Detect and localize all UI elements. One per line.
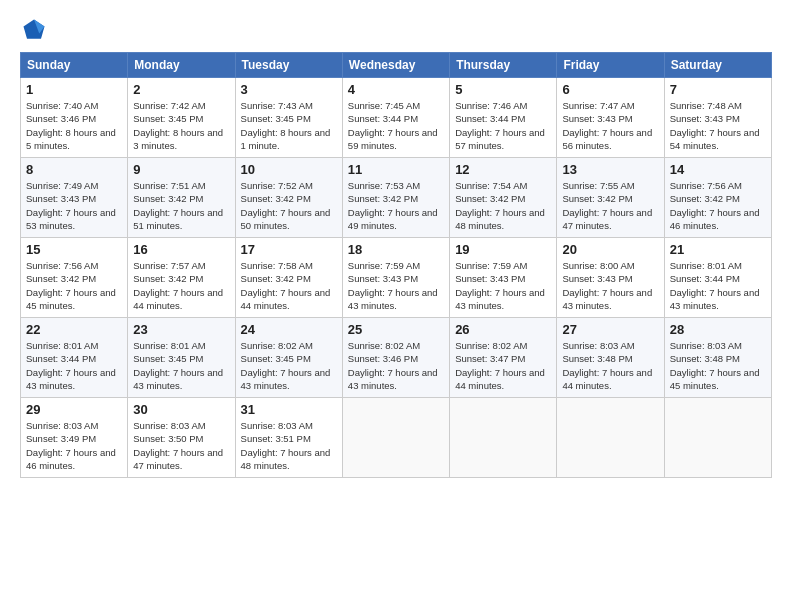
day-info: Sunrise: 7:58 AMSunset: 3:42 PMDaylight:…	[241, 259, 337, 312]
day-number: 19	[455, 242, 551, 257]
day-number: 12	[455, 162, 551, 177]
day-number: 23	[133, 322, 229, 337]
weekday-sunday: Sunday	[21, 53, 128, 78]
calendar-cell: 14Sunrise: 7:56 AMSunset: 3:42 PMDayligh…	[664, 158, 771, 238]
logo-icon	[20, 16, 48, 44]
day-info: Sunrise: 7:57 AMSunset: 3:42 PMDaylight:…	[133, 259, 229, 312]
day-info: Sunrise: 7:43 AMSunset: 3:45 PMDaylight:…	[241, 99, 337, 152]
day-info: Sunrise: 7:45 AMSunset: 3:44 PMDaylight:…	[348, 99, 444, 152]
calendar-cell: 2Sunrise: 7:42 AMSunset: 3:45 PMDaylight…	[128, 78, 235, 158]
calendar-cell: 31Sunrise: 8:03 AMSunset: 3:51 PMDayligh…	[235, 398, 342, 478]
day-number: 22	[26, 322, 122, 337]
day-number: 18	[348, 242, 444, 257]
calendar-week-3: 15Sunrise: 7:56 AMSunset: 3:42 PMDayligh…	[21, 238, 772, 318]
day-info: Sunrise: 7:55 AMSunset: 3:42 PMDaylight:…	[562, 179, 658, 232]
calendar-cell: 19Sunrise: 7:59 AMSunset: 3:43 PMDayligh…	[450, 238, 557, 318]
calendar-cell	[664, 398, 771, 478]
calendar-cell: 24Sunrise: 8:02 AMSunset: 3:45 PMDayligh…	[235, 318, 342, 398]
day-info: Sunrise: 7:52 AMSunset: 3:42 PMDaylight:…	[241, 179, 337, 232]
day-number: 29	[26, 402, 122, 417]
weekday-monday: Monday	[128, 53, 235, 78]
calendar-cell: 6Sunrise: 7:47 AMSunset: 3:43 PMDaylight…	[557, 78, 664, 158]
calendar-cell: 4Sunrise: 7:45 AMSunset: 3:44 PMDaylight…	[342, 78, 449, 158]
calendar-cell: 28Sunrise: 8:03 AMSunset: 3:48 PMDayligh…	[664, 318, 771, 398]
weekday-thursday: Thursday	[450, 53, 557, 78]
day-number: 4	[348, 82, 444, 97]
day-info: Sunrise: 7:59 AMSunset: 3:43 PMDaylight:…	[348, 259, 444, 312]
day-info: Sunrise: 7:42 AMSunset: 3:45 PMDaylight:…	[133, 99, 229, 152]
day-number: 26	[455, 322, 551, 337]
day-number: 7	[670, 82, 766, 97]
day-number: 14	[670, 162, 766, 177]
day-info: Sunrise: 7:51 AMSunset: 3:42 PMDaylight:…	[133, 179, 229, 232]
calendar-cell: 13Sunrise: 7:55 AMSunset: 3:42 PMDayligh…	[557, 158, 664, 238]
calendar-table: SundayMondayTuesdayWednesdayThursdayFrid…	[20, 52, 772, 478]
logo	[20, 16, 52, 44]
day-number: 16	[133, 242, 229, 257]
calendar-week-5: 29Sunrise: 8:03 AMSunset: 3:49 PMDayligh…	[21, 398, 772, 478]
weekday-friday: Friday	[557, 53, 664, 78]
day-info: Sunrise: 7:56 AMSunset: 3:42 PMDaylight:…	[26, 259, 122, 312]
day-info: Sunrise: 7:54 AMSunset: 3:42 PMDaylight:…	[455, 179, 551, 232]
calendar-cell: 30Sunrise: 8:03 AMSunset: 3:50 PMDayligh…	[128, 398, 235, 478]
day-info: Sunrise: 7:48 AMSunset: 3:43 PMDaylight:…	[670, 99, 766, 152]
calendar-week-4: 22Sunrise: 8:01 AMSunset: 3:44 PMDayligh…	[21, 318, 772, 398]
calendar-cell: 5Sunrise: 7:46 AMSunset: 3:44 PMDaylight…	[450, 78, 557, 158]
day-info: Sunrise: 7:49 AMSunset: 3:43 PMDaylight:…	[26, 179, 122, 232]
day-info: Sunrise: 7:47 AMSunset: 3:43 PMDaylight:…	[562, 99, 658, 152]
day-info: Sunrise: 7:40 AMSunset: 3:46 PMDaylight:…	[26, 99, 122, 152]
page-header	[20, 16, 772, 44]
calendar-cell: 18Sunrise: 7:59 AMSunset: 3:43 PMDayligh…	[342, 238, 449, 318]
calendar-cell: 3Sunrise: 7:43 AMSunset: 3:45 PMDaylight…	[235, 78, 342, 158]
day-info: Sunrise: 8:02 AMSunset: 3:45 PMDaylight:…	[241, 339, 337, 392]
day-number: 6	[562, 82, 658, 97]
day-number: 30	[133, 402, 229, 417]
calendar-cell: 9Sunrise: 7:51 AMSunset: 3:42 PMDaylight…	[128, 158, 235, 238]
day-info: Sunrise: 8:03 AMSunset: 3:50 PMDaylight:…	[133, 419, 229, 472]
calendar-cell: 29Sunrise: 8:03 AMSunset: 3:49 PMDayligh…	[21, 398, 128, 478]
day-info: Sunrise: 7:56 AMSunset: 3:42 PMDaylight:…	[670, 179, 766, 232]
calendar-cell: 10Sunrise: 7:52 AMSunset: 3:42 PMDayligh…	[235, 158, 342, 238]
calendar-cell: 12Sunrise: 7:54 AMSunset: 3:42 PMDayligh…	[450, 158, 557, 238]
day-number: 5	[455, 82, 551, 97]
calendar-cell: 26Sunrise: 8:02 AMSunset: 3:47 PMDayligh…	[450, 318, 557, 398]
calendar-cell: 8Sunrise: 7:49 AMSunset: 3:43 PMDaylight…	[21, 158, 128, 238]
day-info: Sunrise: 8:01 AMSunset: 3:44 PMDaylight:…	[26, 339, 122, 392]
day-info: Sunrise: 8:02 AMSunset: 3:46 PMDaylight:…	[348, 339, 444, 392]
weekday-header-row: SundayMondayTuesdayWednesdayThursdayFrid…	[21, 53, 772, 78]
calendar-week-2: 8Sunrise: 7:49 AMSunset: 3:43 PMDaylight…	[21, 158, 772, 238]
calendar-page: SundayMondayTuesdayWednesdayThursdayFrid…	[0, 0, 792, 612]
calendar-cell	[450, 398, 557, 478]
day-number: 20	[562, 242, 658, 257]
day-number: 31	[241, 402, 337, 417]
day-info: Sunrise: 8:02 AMSunset: 3:47 PMDaylight:…	[455, 339, 551, 392]
day-number: 27	[562, 322, 658, 337]
calendar-week-1: 1Sunrise: 7:40 AMSunset: 3:46 PMDaylight…	[21, 78, 772, 158]
day-info: Sunrise: 8:01 AMSunset: 3:45 PMDaylight:…	[133, 339, 229, 392]
calendar-cell: 7Sunrise: 7:48 AMSunset: 3:43 PMDaylight…	[664, 78, 771, 158]
day-number: 9	[133, 162, 229, 177]
calendar-cell: 11Sunrise: 7:53 AMSunset: 3:42 PMDayligh…	[342, 158, 449, 238]
calendar-cell	[342, 398, 449, 478]
weekday-wednesday: Wednesday	[342, 53, 449, 78]
calendar-cell: 17Sunrise: 7:58 AMSunset: 3:42 PMDayligh…	[235, 238, 342, 318]
day-number: 13	[562, 162, 658, 177]
day-number: 24	[241, 322, 337, 337]
calendar-cell: 27Sunrise: 8:03 AMSunset: 3:48 PMDayligh…	[557, 318, 664, 398]
calendar-cell: 1Sunrise: 7:40 AMSunset: 3:46 PMDaylight…	[21, 78, 128, 158]
day-number: 2	[133, 82, 229, 97]
day-number: 25	[348, 322, 444, 337]
calendar-cell: 22Sunrise: 8:01 AMSunset: 3:44 PMDayligh…	[21, 318, 128, 398]
day-info: Sunrise: 8:03 AMSunset: 3:48 PMDaylight:…	[670, 339, 766, 392]
day-number: 1	[26, 82, 122, 97]
day-info: Sunrise: 8:03 AMSunset: 3:48 PMDaylight:…	[562, 339, 658, 392]
day-info: Sunrise: 8:01 AMSunset: 3:44 PMDaylight:…	[670, 259, 766, 312]
calendar-cell: 16Sunrise: 7:57 AMSunset: 3:42 PMDayligh…	[128, 238, 235, 318]
day-info: Sunrise: 7:59 AMSunset: 3:43 PMDaylight:…	[455, 259, 551, 312]
calendar-cell: 23Sunrise: 8:01 AMSunset: 3:45 PMDayligh…	[128, 318, 235, 398]
calendar-cell: 20Sunrise: 8:00 AMSunset: 3:43 PMDayligh…	[557, 238, 664, 318]
day-number: 15	[26, 242, 122, 257]
day-number: 21	[670, 242, 766, 257]
calendar-cell: 15Sunrise: 7:56 AMSunset: 3:42 PMDayligh…	[21, 238, 128, 318]
day-number: 11	[348, 162, 444, 177]
